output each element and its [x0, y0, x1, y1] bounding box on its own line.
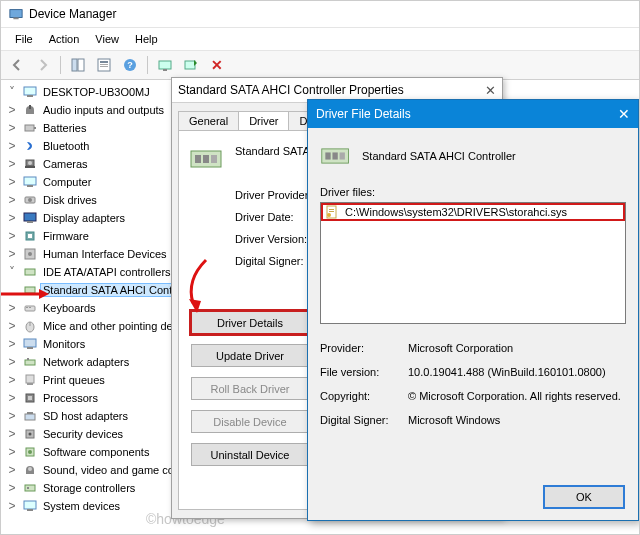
expand-icon[interactable]: >	[5, 464, 19, 476]
expand-icon[interactable]: >	[5, 158, 19, 170]
expand-icon[interactable]: >	[5, 176, 19, 188]
svg-rect-2	[72, 59, 77, 71]
help-button[interactable]: ?	[118, 53, 142, 77]
label-provider: Provider:	[320, 342, 408, 354]
svg-rect-15	[29, 105, 31, 109]
expand-icon[interactable]: >	[5, 374, 19, 386]
expand-icon[interactable]: >	[5, 230, 19, 242]
category-icon	[22, 462, 38, 478]
uninstall-device-button[interactable]: Uninstall Device	[191, 443, 309, 466]
tree-item-label: Display adapters	[41, 212, 127, 224]
svg-rect-31	[25, 269, 35, 275]
svg-rect-47	[27, 412, 33, 414]
tree-item-label: Batteries	[41, 122, 88, 134]
value-signer: Microsoft Windows	[408, 414, 626, 426]
expand-icon[interactable]: >	[5, 122, 19, 134]
category-icon	[22, 372, 38, 388]
svg-rect-12	[185, 61, 195, 69]
expand-icon[interactable]: >	[5, 482, 19, 494]
expand-icon[interactable]: >	[5, 140, 19, 152]
disable-device-button[interactable]: Disable Device	[191, 410, 309, 433]
svg-point-19	[28, 161, 32, 165]
value-copyright: © Microsoft Corporation. All rights rese…	[408, 390, 626, 402]
svg-rect-69	[329, 209, 334, 210]
show-hide-tree-button[interactable]	[66, 53, 90, 77]
value-fileversion: 10.0.19041.488 (WinBuild.160101.0800)	[408, 366, 626, 378]
svg-rect-43	[27, 383, 33, 385]
category-icon	[22, 480, 38, 496]
driver-files-list[interactable]: C:\Windows\system32\DRIVERS\storahci.sys	[320, 202, 626, 324]
expand-icon[interactable]: >	[5, 194, 19, 206]
svg-rect-16	[25, 125, 34, 131]
menu-view[interactable]: View	[87, 31, 127, 47]
expand-icon[interactable]: >	[5, 356, 19, 368]
properties-button[interactable]	[92, 53, 116, 77]
expand-icon[interactable]: >	[5, 212, 19, 224]
tab-driver[interactable]: Driver	[238, 111, 289, 130]
collapse-icon[interactable]: ˅	[5, 86, 19, 98]
svg-rect-25	[24, 213, 36, 221]
svg-point-30	[28, 252, 32, 256]
svg-point-52	[28, 467, 32, 471]
close-icon[interactable]: ✕	[485, 83, 496, 98]
tree-item-label: SD host adapters	[41, 410, 130, 422]
svg-rect-35	[29, 307, 31, 308]
tree-item-label: Firmware	[41, 230, 91, 242]
menu-file[interactable]: File	[7, 31, 41, 47]
category-icon	[22, 300, 38, 316]
svg-rect-3	[78, 59, 84, 71]
category-icon	[22, 354, 38, 370]
expand-icon[interactable]: >	[5, 320, 19, 332]
category-icon	[22, 192, 38, 208]
device-manager-window: Device Manager File Action View Help ? ✕…	[0, 0, 640, 535]
roll-back-driver-button[interactable]: Roll Back Driver	[191, 377, 309, 400]
svg-rect-45	[28, 396, 32, 400]
svg-rect-6	[100, 64, 108, 65]
svg-rect-28	[28, 234, 32, 238]
svg-point-24	[28, 198, 32, 202]
category-icon	[22, 138, 38, 154]
expand-icon[interactable]: ˅	[5, 266, 19, 278]
category-icon	[22, 318, 38, 334]
tree-item-label: Computer	[41, 176, 93, 188]
expand-icon[interactable]: >	[5, 302, 19, 314]
driver-file-item[interactable]: C:\Windows\system32\DRIVERS\storahci.sys	[321, 203, 625, 221]
scan-hardware-button[interactable]	[153, 53, 177, 77]
svg-rect-5	[100, 61, 108, 63]
svg-rect-13	[24, 87, 36, 95]
category-icon	[22, 390, 38, 406]
forward-button[interactable]	[31, 53, 55, 77]
expand-icon[interactable]: >	[5, 248, 19, 260]
expand-icon[interactable]: >	[5, 446, 19, 458]
expand-icon[interactable]: >	[5, 104, 19, 116]
tab-general[interactable]: General	[178, 111, 239, 130]
close-icon[interactable]: ✕	[618, 106, 630, 122]
expand-icon[interactable]: >	[5, 410, 19, 422]
uninstall-device-button[interactable]: ✕	[205, 53, 229, 77]
dialog-titlebar: Driver File Details ✕	[308, 100, 638, 128]
update-driver-button[interactable]: Update Driver	[191, 344, 309, 367]
label-fileversion: File version:	[320, 366, 408, 378]
expand-icon[interactable]: >	[5, 428, 19, 440]
tree-item-label: System devices	[41, 500, 122, 512]
expand-icon[interactable]: >	[5, 338, 19, 350]
toolbar: ? ✕	[1, 51, 639, 80]
update-driver-button[interactable]	[179, 53, 203, 77]
expand-icon[interactable]: >	[5, 500, 19, 512]
svg-rect-53	[25, 485, 35, 491]
svg-rect-14	[27, 95, 33, 97]
tree-item-label: Keyboards	[41, 302, 98, 314]
back-button[interactable]	[5, 53, 29, 77]
app-icon	[9, 7, 23, 21]
driver-details-button[interactable]: Driver Details	[191, 311, 309, 334]
menu-help[interactable]: Help	[127, 31, 166, 47]
svg-rect-70	[329, 211, 334, 212]
menu-action[interactable]: Action	[41, 31, 88, 47]
ok-button[interactable]: OK	[544, 486, 624, 508]
driver-file-path: C:\Windows\system32\DRIVERS\storahci.sys	[345, 206, 567, 218]
tree-item-label: Security devices	[41, 428, 125, 440]
tree-item-label: Storage controllers	[41, 482, 137, 494]
expand-icon[interactable]: >	[5, 392, 19, 404]
svg-rect-61	[203, 155, 209, 163]
device-icon	[320, 140, 352, 172]
